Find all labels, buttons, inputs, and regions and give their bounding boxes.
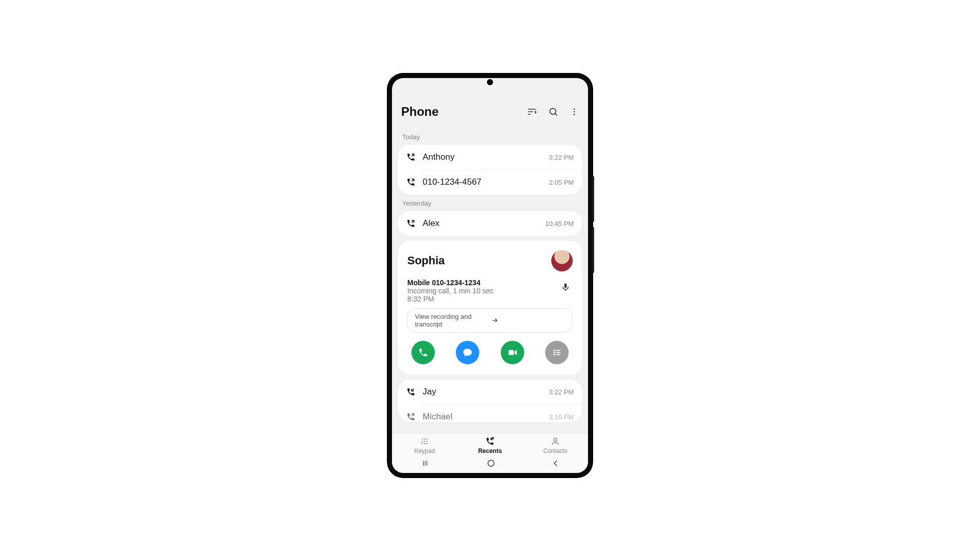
call-button[interactable] <box>411 341 435 364</box>
expanded-time: 8:32 PM <box>407 295 558 303</box>
svg-rect-14 <box>508 350 513 355</box>
call-row[interactable]: Jay 3:22 PM <box>398 380 582 404</box>
call-row[interactable]: 010-1234-4567 2:05 PM <box>398 170 582 194</box>
call-time: 10:45 PM <box>545 220 574 228</box>
svg-point-26 <box>422 441 423 442</box>
tab-label: Keypad <box>414 447 435 455</box>
expanded-number: Mobile 010-1234-1234 <box>407 279 558 287</box>
call-time: 3:22 PM <box>549 154 574 161</box>
tab-keypad[interactable]: Keypad <box>392 437 457 455</box>
svg-marker-15 <box>514 350 517 355</box>
recents-list[interactable]: Today Anthony 3:22 PM 010-123 <box>392 128 588 433</box>
call-name: Michael <box>423 412 542 422</box>
filter-icon[interactable] <box>527 107 537 117</box>
outgoing-call-icon <box>406 219 415 228</box>
phone-frame: Phone <box>388 74 592 477</box>
section-today: Today <box>398 128 582 145</box>
svg-rect-11 <box>565 284 567 288</box>
svg-point-5 <box>574 108 575 110</box>
svg-point-20 <box>554 354 555 355</box>
call-name: Jay <box>423 387 542 397</box>
tab-contacts[interactable]: Contacts <box>523 437 588 455</box>
incoming-call-icon <box>406 387 415 396</box>
svg-point-31 <box>426 443 427 444</box>
app-header: Phone <box>392 102 588 128</box>
nav-recent-icon[interactable] <box>420 460 430 467</box>
tab-label: Recents <box>478 447 502 455</box>
outgoing-call-icon <box>406 178 415 187</box>
more-icon[interactable] <box>570 107 579 117</box>
svg-point-24 <box>424 438 425 439</box>
svg-point-6 <box>574 111 575 113</box>
call-name: 010-1234-4567 <box>423 177 542 187</box>
more-group: Jay 3:22 PM Michael 3:10 PM <box>398 380 582 422</box>
svg-point-18 <box>554 352 555 353</box>
screen: Phone <box>392 78 588 473</box>
call-time: 3:10 PM <box>549 413 574 421</box>
view-recording-button[interactable]: View recording and transcript <box>407 308 573 333</box>
call-row[interactable]: Alex 10:45 PM <box>398 211 582 236</box>
nav-home-icon[interactable] <box>486 459 496 468</box>
system-nav <box>392 455 588 472</box>
page-title: Phone <box>401 105 527 119</box>
call-time: 2:05 PM <box>549 179 574 186</box>
tab-recents[interactable]: Recents <box>457 437 523 455</box>
call-name: Alex <box>423 218 538 229</box>
outgoing-call-icon <box>406 153 415 162</box>
call-name: Anthony <box>423 152 542 162</box>
nav-back-icon[interactable] <box>552 459 560 467</box>
bottom-tabs: Keypad Recents Contacts <box>392 433 588 473</box>
svg-point-28 <box>426 441 427 442</box>
call-time: 3:22 PM <box>549 388 574 396</box>
tab-label: Contacts <box>543 447 567 455</box>
search-icon[interactable] <box>548 107 558 117</box>
expanded-detail: Incoming call, 1 min 10 sec <box>407 287 558 295</box>
call-row[interactable]: Michael 3:10 PM <box>398 405 582 422</box>
recents-icon <box>485 437 495 446</box>
keypad-icon <box>420 437 429 446</box>
video-call-button[interactable] <box>501 341 524 364</box>
yesterday-group: Alex 10:45 PM <box>398 211 582 236</box>
svg-point-36 <box>488 460 494 466</box>
today-group: Anthony 3:22 PM 010-1234-4567 2:05 PM <box>398 145 582 194</box>
svg-point-3 <box>550 108 556 114</box>
svg-point-27 <box>424 441 425 442</box>
svg-line-4 <box>555 113 557 115</box>
arrow-right-icon <box>490 317 565 324</box>
pill-label: View recording and transcript <box>415 313 490 328</box>
front-camera <box>487 79 493 85</box>
expanded-name: Sophia <box>407 254 551 267</box>
section-yesterday: Yesterday <box>398 194 582 211</box>
svg-point-25 <box>426 438 427 439</box>
expanded-call: Sophia Mobile 010-1234-1234 Incoming cal… <box>398 241 582 374</box>
contact-avatar[interactable] <box>551 250 573 271</box>
svg-point-32 <box>554 438 557 441</box>
outgoing-call-icon <box>406 412 415 421</box>
recording-icon <box>558 282 573 293</box>
svg-point-7 <box>574 114 575 115</box>
details-button[interactable] <box>545 341 569 364</box>
call-row[interactable]: Anthony 3:22 PM <box>398 145 582 169</box>
message-button[interactable] <box>456 341 479 364</box>
svg-point-23 <box>422 438 423 439</box>
svg-point-16 <box>554 350 555 351</box>
svg-point-29 <box>422 443 423 444</box>
svg-point-30 <box>424 443 425 444</box>
contacts-icon <box>551 437 560 446</box>
